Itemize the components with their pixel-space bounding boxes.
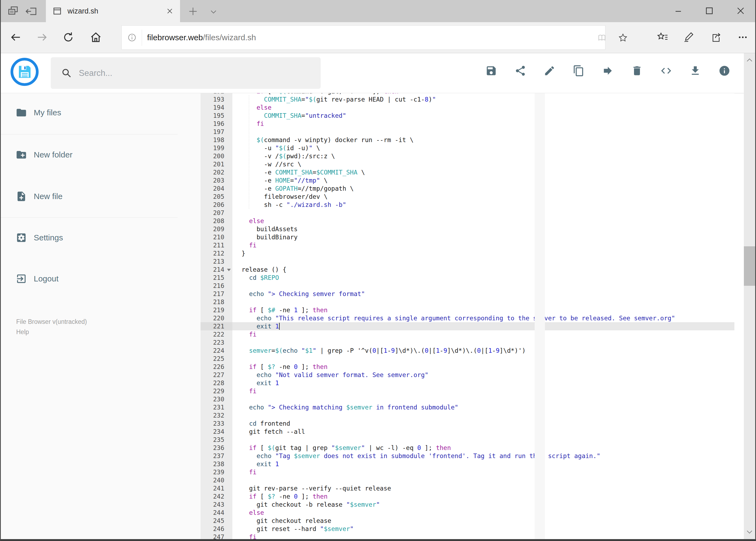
- code-line[interactable]: exit 1: [232, 460, 734, 468]
- code-line[interactable]: [232, 258, 734, 266]
- code-line[interactable]: [232, 282, 734, 290]
- code-line[interactable]: git reset --hard "$semver": [232, 525, 734, 533]
- code-line[interactable]: if [ $? -ne 0 ]; then: [232, 492, 734, 500]
- code-line[interactable]: exit 1: [232, 322, 734, 330]
- code-line[interactable]: echo "> Checking semver format": [232, 290, 734, 298]
- code-line[interactable]: if [ $# -ne 1 ]; then: [232, 306, 734, 314]
- page-scrollbar[interactable]: [744, 53, 755, 539]
- browser-share-icon[interactable]: [710, 31, 722, 44]
- code-line[interactable]: buildAssets: [232, 225, 734, 233]
- code-line[interactable]: fi: [232, 330, 734, 338]
- code-line[interactable]: -e GOPATH=//tmp/gopath \: [232, 185, 734, 193]
- tab-preview-icon[interactable]: [7, 5, 20, 18]
- scroll-up-icon[interactable]: [746, 56, 753, 64]
- web-note-icon[interactable]: [682, 31, 694, 44]
- code-line[interactable]: fi: [232, 533, 734, 541]
- code-line[interactable]: else: [232, 104, 734, 112]
- sidebar-item-settings[interactable]: Settings: [1, 230, 200, 246]
- reading-view-icon[interactable]: [597, 33, 607, 43]
- scrollbar-thumb[interactable]: [744, 246, 755, 286]
- code-line[interactable]: echo "Tag $semver does not exist in subm…: [232, 452, 734, 460]
- maximize-button[interactable]: [701, 3, 718, 18]
- code-line[interactable]: $(command -v winpty) docker run --rm -it…: [232, 136, 734, 144]
- share-button[interactable]: [514, 65, 526, 77]
- code-line[interactable]: if [ $? -ne 0 ]; then: [232, 363, 734, 371]
- code-line[interactable]: [232, 355, 734, 363]
- browser-tab[interactable]: wizard.sh: [46, 0, 180, 22]
- code-line[interactable]: git rev-parse --verify --quiet release: [232, 484, 734, 492]
- code-line[interactable]: fi: [232, 387, 734, 395]
- code-line[interactable]: else: [232, 217, 734, 225]
- home-button[interactable]: [90, 31, 102, 44]
- fold-arrow-icon[interactable]: [227, 269, 231, 271]
- code-line[interactable]: fi: [232, 120, 734, 128]
- code-line[interactable]: cd frontend: [232, 419, 734, 427]
- code-line[interactable]: cd $REPO: [232, 273, 734, 282]
- code-line[interactable]: }: [232, 249, 734, 258]
- help-link[interactable]: Help: [16, 328, 29, 336]
- copy-button[interactable]: [573, 65, 585, 77]
- code-line[interactable]: [232, 338, 734, 346]
- code-line[interactable]: else: [232, 509, 734, 517]
- delete-button[interactable]: [631, 65, 643, 77]
- code-line[interactable]: semver=$(echo "$1" | grep -P '^v(0|[1-9]…: [232, 346, 734, 355]
- search-input[interactable]: [79, 57, 311, 89]
- tab-close-icon[interactable]: [165, 7, 174, 15]
- sidebar-item-new-file[interactable]: New file: [1, 188, 200, 205]
- refresh-button[interactable]: [62, 31, 75, 44]
- code-line[interactable]: echo "This release script requires a sin…: [232, 314, 734, 322]
- code-line[interactable]: [232, 476, 734, 484]
- code-line[interactable]: sh -c "./wizard.sh -b": [232, 201, 734, 209]
- code-line[interactable]: -e HOME="//tmp" \: [232, 176, 734, 185]
- minimize-button[interactable]: [670, 3, 687, 18]
- window-close-button[interactable]: [732, 3, 749, 18]
- sidebar-item-my-files[interactable]: My files: [1, 105, 200, 121]
- code-line[interactable]: [232, 209, 734, 217]
- code-line[interactable]: [232, 128, 734, 136]
- back-button[interactable]: [9, 31, 22, 44]
- code-line[interactable]: -u "$(id -u)" \: [232, 144, 734, 152]
- code-line[interactable]: exit 1: [232, 379, 734, 387]
- code-line[interactable]: if [ $(git tag | grep "$semver" | wc -l)…: [232, 444, 734, 452]
- hub-favorites-icon[interactable]: [656, 31, 668, 44]
- scroll-down-icon[interactable]: [746, 528, 753, 536]
- code-line[interactable]: echo "> Checking matching $semver in fro…: [232, 403, 734, 411]
- code-line[interactable]: [232, 436, 734, 444]
- favorite-star-icon[interactable]: [618, 33, 628, 43]
- code-line[interactable]: -w //src \: [232, 160, 734, 168]
- app-logo[interactable]: [11, 58, 39, 86]
- sidebar-item-new-folder[interactable]: New folder: [1, 147, 200, 163]
- code-editor[interactable]: 192 if [ "$(command -v git)" != "" ]; th…: [200, 93, 734, 541]
- code-line[interactable]: fi: [232, 468, 734, 476]
- code-line[interactable]: git fetch --all: [232, 427, 734, 436]
- code-line[interactable]: buildBinary: [232, 233, 734, 241]
- new-tab-button[interactable]: [187, 6, 198, 17]
- code-button[interactable]: [660, 65, 672, 77]
- code-line[interactable]: release () {: [232, 266, 734, 273]
- tab-list-chevron-icon[interactable]: [209, 7, 218, 17]
- code-line[interactable]: git checkout -b release "$semver": [232, 500, 734, 509]
- code-line[interactable]: -e COMMIT_SHA=$COMMIT_SHA \: [232, 168, 734, 176]
- forward-button[interactable]: [36, 31, 48, 44]
- move-button[interactable]: [602, 65, 614, 77]
- more-menu-icon[interactable]: [737, 31, 749, 44]
- code-line[interactable]: COMMIT_SHA="$(git rev-parse HEAD | cut -…: [232, 95, 734, 104]
- code-line[interactable]: [232, 411, 734, 419]
- set-tabs-aside-icon[interactable]: [25, 5, 38, 18]
- code-line[interactable]: COMMIT_SHA="untracked": [232, 112, 734, 120]
- download-button[interactable]: [689, 65, 701, 77]
- code-line[interactable]: [232, 395, 734, 403]
- code-line[interactable]: fi: [232, 241, 734, 249]
- save-button[interactable]: [485, 65, 497, 77]
- code-line[interactable]: filebrowser/dev \: [232, 193, 734, 201]
- edit-button[interactable]: [544, 65, 556, 77]
- sidebar-item-logout[interactable]: Logout: [1, 270, 200, 287]
- code-line[interactable]: -v /$(pwd):/src:z \: [232, 152, 734, 160]
- site-info-icon[interactable]: [127, 33, 137, 42]
- code-line[interactable]: [232, 298, 734, 306]
- code-line[interactable]: git checkout release: [232, 517, 734, 525]
- info-button[interactable]: [718, 65, 730, 77]
- url-bar[interactable]: filebrowser.web/files/wizard.sh: [122, 25, 606, 50]
- code-line[interactable]: if [ "$(command -v git)" != "" ]; then: [232, 93, 734, 95]
- code-line[interactable]: echo "Not valid semver format. See semve…: [232, 371, 734, 379]
